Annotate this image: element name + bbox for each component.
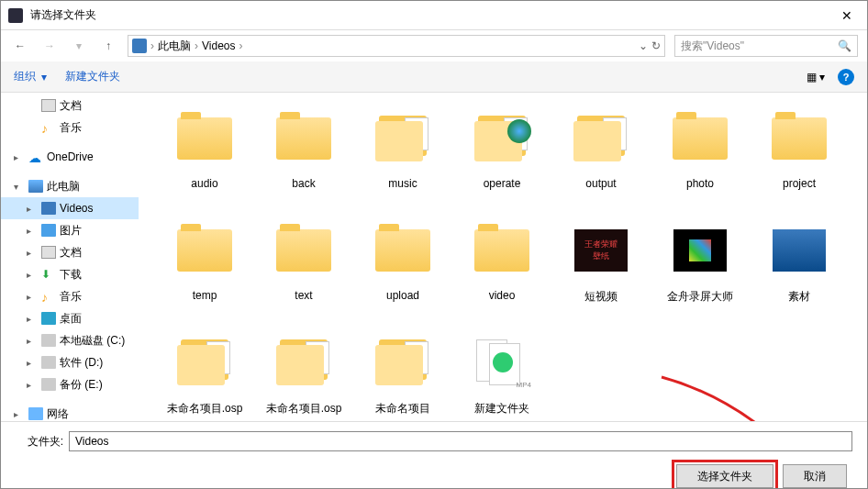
- sidebar-label: 音乐: [60, 289, 82, 305]
- sidebar-label: 网络: [47, 406, 69, 422]
- chevron-icon: ▸: [27, 380, 38, 390]
- item-thumb: [271, 329, 337, 395]
- sidebar-item[interactable]: ♪音乐: [1, 117, 139, 139]
- grid-item[interactable]: audio: [155, 102, 254, 206]
- item-label: back: [254, 177, 353, 190]
- sidebar-item[interactable]: ▸⬇下载: [1, 263, 139, 285]
- new-folder-button[interactable]: 新建文件夹: [65, 69, 120, 84]
- chevron-icon: ▸: [27, 226, 38, 236]
- refresh-icon[interactable]: ↻: [651, 39, 661, 52]
- chevron-icon: ▸: [27, 204, 38, 214]
- grid-item[interactable]: text: [254, 214, 353, 318]
- grid-item[interactable]: 未命名项目.osp: [254, 326, 353, 421]
- pc-icon: [28, 180, 43, 193]
- titlebar: 请选择文件夹 ✕: [1, 1, 867, 30]
- grid-item[interactable]: operate: [452, 102, 551, 206]
- chevron-icon: ▸: [27, 270, 38, 280]
- sidebar-label: 本地磁盘 (C:): [60, 333, 125, 349]
- item-thumb: [766, 217, 832, 283]
- item-label: project: [750, 177, 849, 190]
- path-input[interactable]: [69, 431, 852, 451]
- item-thumb: [766, 106, 832, 172]
- app-icon: [8, 8, 23, 23]
- item-thumb: [370, 329, 436, 395]
- grid-item[interactable]: project: [750, 102, 849, 206]
- cancel-button[interactable]: 取消: [783, 464, 847, 488]
- item-label: 未命名项目.osp: [155, 401, 254, 417]
- grid-item[interactable]: 未命名项目.osp: [155, 326, 254, 421]
- search-placeholder: 搜索"Videos": [681, 39, 744, 54]
- grid-item[interactable]: 未命名项目: [353, 326, 452, 421]
- grid-item[interactable]: photo: [651, 102, 750, 206]
- desk-icon: [41, 312, 56, 325]
- item-label: 未命名项目: [353, 401, 452, 417]
- grid-item[interactable]: 王者荣耀壁纸短视频: [551, 214, 651, 318]
- grid-item[interactable]: back: [254, 102, 353, 206]
- item-label: audio: [155, 177, 254, 190]
- help-icon[interactable]: ?: [838, 69, 854, 85]
- breadcrumb-segment[interactable]: Videos: [202, 39, 235, 52]
- up-button[interactable]: ↑: [98, 36, 118, 56]
- sidebar-label: 此电脑: [47, 179, 80, 194]
- chevron-right-icon: ›: [239, 39, 242, 52]
- chevron-icon: ▸: [27, 336, 38, 346]
- item-label: music: [353, 177, 452, 190]
- window-title: 请选择文件夹: [30, 7, 834, 23]
- recent-dropdown[interactable]: ▾: [69, 36, 89, 56]
- sidebar-tree[interactable]: 文档♪音乐▸☁OneDrive▾此电脑▸Videos▸图片▸文档▸⬇下载▸♪音乐…: [1, 93, 139, 421]
- grid-item[interactable]: video: [452, 214, 551, 318]
- sidebar-item[interactable]: ▾此电脑: [1, 175, 139, 197]
- file-grid[interactable]: audiobackmusicoperateoutputphotoprojectt…: [139, 93, 867, 421]
- view-options-icon[interactable]: ▦ ▾: [807, 71, 825, 83]
- chevron-down-icon[interactable]: ▾: [41, 71, 47, 83]
- grid-item[interactable]: upload: [353, 214, 452, 318]
- item-thumb: [469, 217, 535, 283]
- grid-item[interactable]: 素材: [750, 214, 849, 318]
- chevron-down-icon[interactable]: ⌄: [639, 39, 648, 52]
- sidebar-item[interactable]: ▸网络: [1, 403, 139, 421]
- breadcrumb[interactable]: › 此电脑 › Videos › ⌄↻: [128, 35, 665, 57]
- sidebar-label: 软件 (D:): [60, 355, 103, 371]
- item-thumb: [172, 329, 238, 395]
- item-label: 素材: [750, 289, 849, 305]
- breadcrumb-segment[interactable]: 此电脑: [158, 39, 191, 54]
- disk-icon: [41, 356, 56, 369]
- grid-item[interactable]: MP4新建文件夹: [452, 326, 551, 421]
- nav-bar: ← → ▾ ↑ › 此电脑 › Videos › ⌄↻ 搜索"Videos" 🔍: [1, 30, 867, 61]
- grid-item[interactable]: output: [551, 102, 651, 206]
- item-label: temp: [155, 289, 254, 302]
- sidebar-item[interactable]: ▸Videos: [1, 197, 139, 219]
- item-label: text: [254, 289, 353, 302]
- sidebar-item[interactable]: 文档: [1, 94, 139, 117]
- sidebar-item[interactable]: ▸桌面: [1, 307, 139, 329]
- forward-button[interactable]: →: [39, 36, 60, 56]
- grid-item[interactable]: temp: [155, 214, 254, 318]
- doc-icon: [41, 246, 56, 259]
- sidebar-item[interactable]: ▸图片: [1, 219, 139, 241]
- item-label: 新建文件夹: [452, 401, 551, 417]
- back-button[interactable]: ←: [10, 36, 30, 56]
- sidebar-item[interactable]: ▸☁OneDrive: [1, 146, 139, 168]
- close-icon[interactable]: ✕: [834, 8, 860, 23]
- cloud-icon: ☁: [28, 150, 43, 163]
- select-folder-button[interactable]: 选择文件夹: [676, 464, 773, 488]
- grid-item[interactable]: 金舟录屏大师: [651, 214, 750, 318]
- sidebar-label: 文档: [60, 245, 82, 261]
- music-icon: ♪: [41, 290, 56, 303]
- chevron-icon: ▸: [27, 248, 38, 258]
- sidebar-item[interactable]: ▸备份 (E:): [1, 373, 139, 395]
- net-icon: [28, 407, 43, 420]
- item-thumb: [667, 217, 733, 283]
- sidebar-item[interactable]: ▸软件 (D:): [1, 351, 139, 373]
- video-icon: [41, 202, 56, 215]
- grid-item[interactable]: music: [353, 102, 452, 206]
- organize-menu[interactable]: 组织: [14, 69, 36, 84]
- sidebar-item[interactable]: ▸文档: [1, 241, 139, 263]
- chevron-icon: ▸: [14, 409, 25, 419]
- search-input[interactable]: 搜索"Videos" 🔍: [674, 35, 858, 57]
- item-thumb: [172, 106, 238, 172]
- chevron-right-icon: ›: [150, 39, 154, 52]
- sidebar-item[interactable]: ▸♪音乐: [1, 285, 139, 307]
- sidebar-item[interactable]: ▸本地磁盘 (C:): [1, 329, 139, 351]
- down-icon: ⬇: [41, 268, 56, 281]
